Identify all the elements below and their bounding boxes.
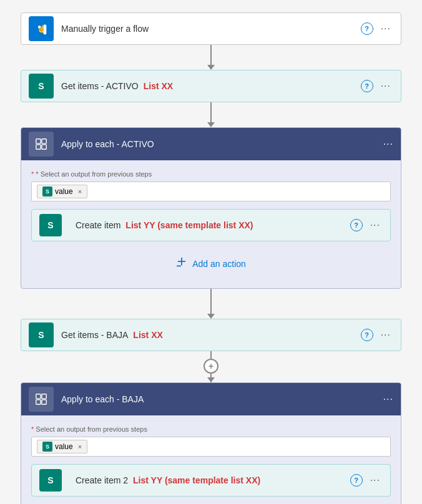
get-items-baja-step: S Get items - BAJA List XX ? ··· <box>21 319 401 351</box>
create-item-activo-highlight: List YY (same template list XX) <box>125 220 253 230</box>
apply-each-activo-body: * * Select an output from previous steps… <box>21 160 401 288</box>
svg-rect-11 <box>42 400 46 404</box>
add-action-icon <box>176 256 187 271</box>
add-action-button[interactable]: Add an action <box>31 251 391 276</box>
apply-each-activo-header: Apply to each - ACTIVO ··· <box>21 128 401 160</box>
tag-icon-s-baja: S <box>46 443 49 450</box>
connector-2-line <box>210 102 212 122</box>
get-items-activo-title-text: Get items - ACTIVO <box>61 81 139 91</box>
sharepoint-s-baja: S <box>38 330 44 340</box>
get-items-baja-actions: ? ··· <box>361 328 393 342</box>
svg-rect-10 <box>36 400 41 404</box>
create-item-2-baja-more-button[interactable]: ··· <box>368 473 383 487</box>
connector-1 <box>207 45 215 70</box>
apply-each-baja-header-icon <box>29 387 54 412</box>
get-items-activo-more-button[interactable]: ··· <box>378 79 393 93</box>
get-items-activo-help-button[interactable]: ? <box>361 80 373 92</box>
create-item-activo-s: S <box>47 220 53 230</box>
select-output-baja-text: Select an output from previous steps <box>36 425 147 433</box>
apply-each-baja-more-button[interactable]: ··· <box>383 394 393 405</box>
get-items-baja-icon: S <box>29 322 54 347</box>
apply-each-baja-header: Apply to each - BAJA ··· <box>21 383 401 415</box>
connector-1-arrow <box>207 65 215 70</box>
add-action-label: Add an action <box>192 259 246 269</box>
required-star-baja: * <box>31 425 34 433</box>
apply-each-activo-more-button[interactable]: ··· <box>383 138 393 150</box>
create-item-activo-more-button[interactable]: ··· <box>368 218 383 232</box>
create-item-2-baja-help-button[interactable]: ? <box>350 474 363 487</box>
get-items-activo-icon: S <box>29 74 54 99</box>
trigger-step-icon: ☝ <box>29 16 54 41</box>
required-star-activo: * <box>31 170 34 178</box>
tag-icon-s-activo: S <box>46 188 49 195</box>
apply-each-baja-title: Apply to each - BAJA <box>61 394 383 404</box>
flow-canvas: ☝ Manually trigger a flow ? ··· S Get it… <box>0 0 422 504</box>
svg-text:☝: ☝ <box>37 24 46 33</box>
connector-2 <box>207 102 215 127</box>
get-items-activo-title: Get items - ACTIVO List XX <box>61 81 361 91</box>
select-output-activo-text: * Select an output from previous steps <box>36 170 152 178</box>
connector-plus-4: + <box>204 351 218 382</box>
connector-3 <box>207 289 215 319</box>
get-items-baja-more-button[interactable]: ··· <box>378 328 393 342</box>
create-item-activo-actions: ? ··· <box>350 218 383 232</box>
connector-3-arrow <box>207 314 215 319</box>
value-tag-baja-text: value <box>55 442 73 451</box>
svg-rect-9 <box>42 394 46 399</box>
apply-each-activo-header-icon <box>29 132 54 157</box>
create-item-2-baja-card: S Create item 2 List YY (same template l… <box>31 464 391 497</box>
create-item-2-baja-highlight: List YY (same template list XX) <box>133 475 260 485</box>
trigger-step-actions: ? ··· <box>361 22 393 36</box>
svg-rect-6 <box>181 258 182 266</box>
trigger-step: ☝ Manually trigger a flow ? ··· <box>21 12 401 45</box>
value-tag-activo-text: value <box>55 187 73 196</box>
sharepoint-s-letter: S <box>38 81 44 91</box>
get-items-activo-step: S Get items - ACTIVO List XX ? ··· <box>21 70 401 102</box>
get-items-baja-help-button[interactable]: ? <box>361 329 373 341</box>
svg-rect-3 <box>36 145 41 149</box>
select-output-baja-input[interactable]: S value × <box>31 437 391 457</box>
select-output-activo-label: * * Select an output from previous steps <box>31 170 152 178</box>
cwp-arrow-4 <box>207 377 215 382</box>
svg-rect-1 <box>36 139 41 143</box>
create-item-2-baja-actions: ? ··· <box>350 473 383 487</box>
select-output-activo-input[interactable]: S value × <box>31 182 391 201</box>
cwp-plus-button-4[interactable]: + <box>204 359 218 374</box>
svg-rect-4 <box>42 145 46 149</box>
svg-rect-2 <box>42 139 46 143</box>
value-tag-baja: S value × <box>37 440 87 453</box>
value-tag-baja-icon: S <box>42 442 52 452</box>
apply-each-activo-title: Apply to each - ACTIVO <box>61 139 383 149</box>
value-tag-activo: S value × <box>37 185 87 198</box>
cwp-line-top-4 <box>210 351 212 359</box>
svg-rect-8 <box>36 394 41 399</box>
get-items-activo-highlight: List XX <box>144 81 173 91</box>
get-items-baja-highlight: List XX <box>133 330 162 340</box>
create-item-activo-title: Create item List YY (same template list … <box>76 220 350 230</box>
create-item-2-baja-s: S <box>47 475 53 485</box>
create-item-activo-title-text: Create item <box>76 220 120 230</box>
value-tag-baja-close[interactable]: × <box>78 443 82 450</box>
apply-each-baja-container: Apply to each - BAJA ··· * Select an out… <box>21 382 401 504</box>
trigger-step-title: Manually trigger a flow <box>61 24 361 34</box>
create-item-activo-help-button[interactable]: ? <box>350 219 363 231</box>
get-items-activo-actions: ? ··· <box>361 79 393 93</box>
connector-3-line <box>210 289 212 314</box>
create-item-activo-icon: S <box>39 214 62 236</box>
create-item-2-baja-icon: S <box>39 469 62 492</box>
trigger-more-button[interactable]: ··· <box>378 22 393 36</box>
create-item-2-baja-title-text: Create item 2 <box>76 475 128 485</box>
select-output-baja-label: * Select an output from previous steps <box>31 425 147 433</box>
get-items-baja-title-text: Get items - BAJA <box>61 330 128 340</box>
apply-each-baja-body: * Select an output from previous steps S… <box>21 415 401 504</box>
trigger-help-button[interactable]: ? <box>361 22 373 35</box>
value-tag-activo-close[interactable]: × <box>78 188 82 195</box>
value-tag-activo-icon: S <box>42 187 52 196</box>
create-item-activo-card: S Create item List YY (same template lis… <box>31 209 391 241</box>
connector-1-line <box>210 45 212 65</box>
connector-2-arrow <box>207 122 215 127</box>
create-item-2-baja-title: Create item 2 List YY (same template lis… <box>76 475 350 485</box>
get-items-baja-title: Get items - BAJA List XX <box>61 330 361 340</box>
apply-each-activo-container: Apply to each - ACTIVO ··· * * Select an… <box>21 127 401 289</box>
svg-rect-7 <box>177 265 181 266</box>
